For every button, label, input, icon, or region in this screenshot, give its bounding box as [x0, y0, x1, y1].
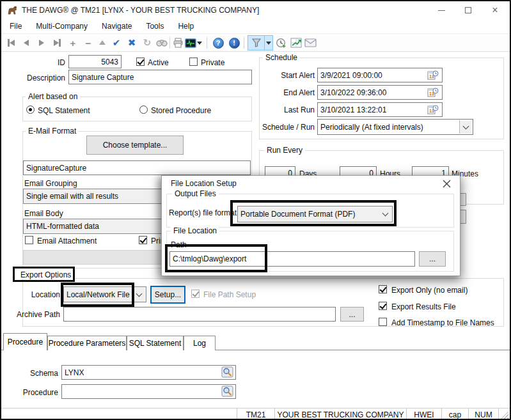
help-icon: ?	[213, 38, 224, 49]
last-run-field[interactable]	[317, 102, 443, 117]
filter-funnel-icon	[251, 38, 262, 48]
chevron-down-icon	[463, 123, 469, 129]
about-button[interactable]: !	[227, 35, 241, 51]
export-only-checkbox[interactable]	[379, 285, 387, 293]
id-label: ID	[40, 58, 65, 67]
report-file-format-combo[interactable]: Portable Document Format (PDF)	[237, 206, 393, 222]
description-field[interactable]	[68, 70, 252, 84]
refresh-icon: ↻	[143, 37, 152, 49]
help-button[interactable]: ?	[211, 35, 225, 51]
export-results-checkbox[interactable]	[379, 302, 387, 310]
next-record-button[interactable]	[35, 35, 49, 51]
choose-template-button[interactable]: Choose template...	[86, 136, 184, 155]
resize-grip[interactable]	[501, 411, 508, 419]
file-location-setup-dialog: File Location Setup Output Files Report(…	[161, 175, 460, 276]
start-alert-field[interactable]	[317, 68, 443, 82]
previous-record-button[interactable]	[19, 35, 33, 51]
template-name-field[interactable]	[23, 160, 251, 175]
export-results-label: Export Results File	[391, 302, 456, 311]
date-picker-icon[interactable]: 13	[427, 70, 439, 81]
title-bar: THE DAWG® @ TM21 [LYNX - YOUR BEST TRUCK…	[1, 1, 510, 19]
archive-path-field[interactable]	[63, 307, 336, 322]
dialog-close-icon[interactable]	[443, 180, 451, 188]
close-icon: ×	[492, 4, 498, 16]
tab-sql-statement[interactable]: SQL Statement	[127, 336, 184, 350]
path-field[interactable]	[169, 251, 415, 267]
end-alert-field[interactable]	[317, 85, 443, 100]
cancel-button[interactable]: ✖	[125, 35, 139, 51]
email-attachment-checkbox[interactable]	[25, 236, 33, 244]
menu-tools[interactable]: Tools	[139, 22, 171, 31]
location-combo[interactable]: Local/Network File	[63, 286, 146, 302]
binoculars-icon	[156, 38, 168, 47]
close-button[interactable]: ×	[482, 1, 508, 19]
filter-button[interactable]	[248, 35, 265, 51]
tab-procedure-parameters[interactable]: Procedure Parameters	[47, 336, 127, 350]
previous-record-icon	[24, 40, 29, 46]
clock-icon	[276, 38, 287, 49]
id-field[interactable]	[68, 55, 122, 68]
schedule-run-label: Schedule / Run	[251, 123, 315, 132]
toolbar-separator	[169, 37, 170, 49]
tab-log[interactable]: Log	[184, 336, 216, 350]
archive-path-label: Archive Path	[9, 310, 60, 319]
last-record-icon	[54, 40, 59, 46]
setup-button[interactable]: Setup...	[150, 286, 185, 304]
date-picker-icon[interactable]: 13	[427, 104, 439, 115]
schedule-history-button[interactable]	[274, 35, 288, 51]
find-button[interactable]	[155, 35, 169, 51]
envelope-icon	[304, 38, 317, 47]
tab-procedure[interactable]: Procedure	[3, 333, 47, 350]
schema-lookup-icon[interactable]	[221, 366, 234, 378]
schedule-run-combo[interactable]: Periodically (At fixed intervals)	[317, 119, 473, 135]
run-every-title: Run Every	[264, 146, 305, 155]
file-path-setup-checkbox	[191, 290, 200, 298]
file-path-setup-label: File Path Setup	[203, 290, 256, 299]
sql-statement-label: SQL Statement	[38, 106, 90, 115]
export-only-label: Export Only (no email)	[391, 286, 468, 295]
private-checkbox[interactable]	[189, 58, 198, 66]
schema-field[interactable]	[61, 365, 236, 380]
alert-based-on-title: Alert based on	[26, 92, 80, 101]
toolbar-separator	[207, 37, 207, 49]
refresh-button[interactable]: ↻	[140, 35, 154, 51]
menu-file[interactable]: File	[3, 22, 29, 31]
minimize-button[interactable]	[428, 1, 455, 19]
chart-button[interactable]	[289, 35, 303, 51]
email-button[interactable]	[303, 35, 317, 51]
last-record-button[interactable]	[50, 35, 64, 51]
post-button[interactable]: ✔	[109, 35, 123, 51]
status-workstation: HWEI	[406, 408, 441, 420]
email-attachment-label: Email Attachment	[37, 237, 97, 245]
maximize-icon	[465, 7, 471, 13]
procedure-lookup-icon[interactable]	[221, 385, 234, 398]
filter-dropdown-button[interactable]	[265, 35, 273, 51]
procedure-field[interactable]	[61, 384, 236, 399]
print-checkbox[interactable]	[139, 236, 147, 244]
sql-statement-radio[interactable]	[26, 105, 35, 114]
dropdown-icon	[266, 42, 271, 47]
archive-browse-button[interactable]: ...	[340, 307, 364, 322]
delete-record-button[interactable]: −	[81, 35, 95, 51]
dialog-title: File Location Setup	[171, 179, 237, 188]
private-label: Private	[201, 58, 224, 67]
email-body-label: Email Body	[24, 209, 63, 218]
edit-icon	[99, 37, 106, 45]
menu-navigate[interactable]: Navigate	[95, 22, 139, 31]
path-browse-button[interactable]: ...	[419, 251, 446, 267]
date-picker-icon[interactable]: 13	[427, 87, 439, 98]
email-grouping-label: Email Grouping	[24, 179, 77, 188]
status-caps: cap	[441, 408, 468, 420]
maximize-button[interactable]	[455, 1, 482, 19]
add-timestamp-label: Add Timestamp to File Names	[391, 318, 494, 327]
menu-multi-company[interactable]: Multi-Company	[29, 22, 95, 31]
add-timestamp-checkbox[interactable]	[379, 318, 387, 326]
first-record-button[interactable]	[4, 35, 18, 51]
active-checkbox[interactable]	[136, 58, 145, 66]
add-record-button[interactable]: +	[66, 35, 80, 51]
console-dropdown-button[interactable]	[195, 35, 204, 51]
combo-dropdown-button[interactable]	[459, 120, 472, 134]
stored-procedure-radio[interactable]	[139, 105, 148, 114]
menu-help[interactable]: Help	[171, 22, 201, 31]
edit-record-button[interactable]	[95, 35, 109, 51]
